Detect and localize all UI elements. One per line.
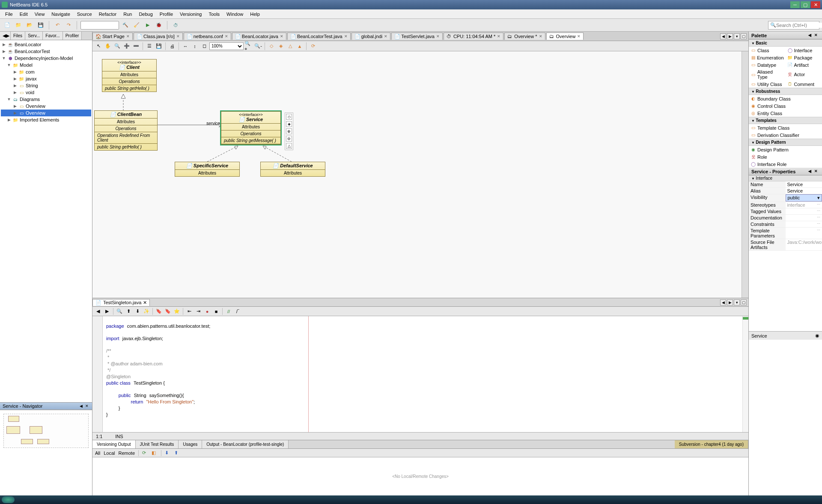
filter-local[interactable]: Local: [104, 451, 115, 456]
tab-scroll-left[interactable]: ◀: [720, 33, 726, 39]
fit-height-button[interactable]: ↕: [191, 42, 199, 50]
marquee-zoom-button[interactable]: 🔍: [113, 42, 122, 50]
zoom-minus-button[interactable]: 🔍-: [254, 42, 262, 50]
tree-node-beanlocatortest[interactable]: ▶☕BeanLocatorTest: [1, 48, 91, 55]
close-icon[interactable]: ✕: [497, 34, 500, 39]
build-button[interactable]: 🔨: [121, 21, 130, 30]
tab-class-java[interactable]: 📄Class.java [r/o]✕: [134, 33, 183, 40]
code-editor[interactable]: package com.abien.patterns.util.beanloca…: [92, 316, 748, 432]
palette-item-derivation[interactable]: ▭Derivation Classifier: [749, 131, 822, 139]
tab-list-button[interactable]: ▾: [734, 33, 740, 39]
macro-stop-button[interactable]: ■: [212, 308, 220, 315]
find-sel-button[interactable]: 🔍: [116, 308, 123, 315]
palette-body[interactable]: Basic ▭Class ◯Interface ▤Enumeration 📁Pa…: [749, 39, 822, 168]
prop-visibility-value[interactable]: public▾: [786, 194, 822, 202]
palette-item-entity[interactable]: ◎Entity Class: [749, 110, 822, 117]
prop-name-value[interactable]: Service: [786, 181, 822, 187]
tree-node-model[interactable]: ▼📁Model: [1, 62, 91, 68]
palette-close-icon[interactable]: ✕: [814, 33, 819, 38]
zoom-selector[interactable]: 100%: [209, 42, 244, 50]
tree-node-di-model[interactable]: ▼⬢DependencyInjection-Model: [1, 55, 91, 62]
palette-minimize-icon[interactable]: ◀: [808, 33, 813, 38]
pan-tool-button[interactable]: ✋: [104, 42, 112, 50]
palette-cat-basic[interactable]: Basic: [749, 39, 822, 47]
palette-item-role[interactable]: 웃Role: [749, 153, 822, 160]
tree-node-imported[interactable]: ▶📁Imported Elements: [1, 116, 91, 123]
filter-remote[interactable]: Remote: [119, 451, 135, 456]
menu-tools[interactable]: Tools: [205, 11, 223, 18]
tab-global-jndi[interactable]: 📄global.jndi✕: [351, 33, 391, 40]
tree-node-javax[interactable]: ▶📁javax: [1, 75, 91, 82]
menu-source[interactable]: Source: [74, 11, 95, 18]
new-file-button[interactable]: 📄: [3, 21, 12, 30]
tab-startpage[interactable]: 🏠Start Page✕: [92, 33, 133, 40]
maximize-button[interactable]: ▢: [801, 1, 810, 8]
comment-button[interactable]: //: [225, 308, 232, 315]
close-button[interactable]: ✕: [811, 1, 820, 8]
output-tab-usages[interactable]: Usages: [179, 440, 202, 448]
handle-icon[interactable]: ⊖: [286, 136, 292, 142]
prop-stereotypes-value[interactable]: interface⋯: [786, 202, 822, 208]
close-icon[interactable]: ✕: [126, 34, 130, 39]
output-tab-subversion[interactable]: Subversion - chapter4 (1 day ago): [675, 440, 748, 448]
search-input[interactable]: [776, 23, 822, 28]
favorites-tab[interactable]: Favor...: [43, 32, 63, 40]
palette-cat-templates[interactable]: Templates: [749, 117, 822, 124]
history-back-button[interactable]: ◀: [94, 308, 102, 315]
menu-debug[interactable]: Debug: [135, 11, 156, 18]
uml-defaultservice[interactable]: 📄 DefaultService Attributes: [260, 162, 325, 177]
palette-item-artifact[interactable]: 📄Artifact: [786, 61, 822, 68]
code-tab-scroll-left[interactable]: ◀: [720, 299, 726, 305]
menu-versioning[interactable]: Versioning: [176, 11, 205, 18]
tree-node-overview2[interactable]: ▶▭Overview: [1, 110, 91, 116]
handle-icon[interactable]: ⊕: [286, 128, 292, 134]
palette-cat-design[interactable]: Design Pattern: [749, 139, 822, 146]
close-icon[interactable]: ✕: [577, 34, 581, 39]
uncomment-button[interactable]: /‾: [234, 308, 241, 315]
error-stripe[interactable]: [742, 316, 748, 432]
history-fwd-button[interactable]: ▶: [103, 308, 111, 315]
handle-icon[interactable]: ◇: [286, 114, 292, 120]
fit-width-button[interactable]: ↔: [181, 42, 190, 50]
tab-maximize-button[interactable]: ▢: [741, 33, 747, 39]
tab-testservlet[interactable]: 📄TestServlet.java✕: [391, 33, 443, 40]
minimize-button[interactable]: ─: [790, 1, 800, 8]
quick-search[interactable]: 🔍: [768, 21, 819, 30]
relation-btn-4[interactable]: ▲: [295, 42, 304, 50]
run-config-dropdown[interactable]: [80, 21, 119, 30]
palette-item-aliased[interactable]: ▭Aliased Type: [749, 68, 786, 80]
prop-constraints-value[interactable]: ⋯: [786, 221, 822, 227]
properties-panel[interactable]: Interface NameService AliasService Visib…: [749, 175, 822, 331]
diagram-scrollbar[interactable]: [742, 51, 748, 298]
palette-item-template-class[interactable]: ▭Template Class: [749, 124, 822, 131]
prop-source-file-value[interactable]: Java:C:/work/works: [786, 239, 822, 250]
files-tab[interactable]: Files: [11, 32, 25, 40]
properties-minimize-icon[interactable]: ◀: [808, 169, 813, 174]
prop-tagged-value[interactable]: ⋯: [786, 208, 822, 214]
sync-button[interactable]: ⟳: [309, 42, 317, 50]
redo-button[interactable]: ↷: [64, 21, 73, 30]
output-tab-versioning[interactable]: Versioning Output: [92, 440, 136, 448]
uml-selection-handles[interactable]: ◇ ◈ ⊕ ⊖ △: [285, 113, 293, 150]
tab-beanlocatortest[interactable]: 📄BeanLocatorTest.java✕: [287, 33, 351, 40]
palette-cat-robustness[interactable]: Robustness: [749, 88, 822, 95]
code-tab-scroll-right[interactable]: ▶: [727, 299, 733, 305]
shift-left-button[interactable]: ⇤: [185, 308, 193, 315]
code-tab-list-button[interactable]: ▾: [734, 299, 740, 305]
code-text[interactable]: package com.abien.patterns.util.beanloca…: [103, 316, 742, 432]
close-icon[interactable]: ✕: [143, 300, 147, 305]
services-tab[interactable]: Serv...: [25, 32, 43, 40]
prop-documentation-value[interactable]: ⋯: [786, 215, 822, 221]
close-icon[interactable]: ✕: [384, 34, 387, 39]
clean-build-button[interactable]: 🧹: [132, 21, 141, 30]
tree-node-com[interactable]: ▶📁com: [1, 68, 91, 75]
palette-item-interface-role[interactable]: ◯Interface Role: [749, 160, 822, 168]
palette-item-datatype[interactable]: ▭Datatype: [749, 61, 786, 68]
tree-node-overview1[interactable]: ▶▭Overview: [1, 103, 91, 110]
palette-item-actor[interactable]: 웃Actor: [786, 68, 822, 80]
export-button[interactable]: 💾: [155, 42, 163, 50]
close-icon[interactable]: ✕: [539, 34, 542, 39]
profiler-tab[interactable]: Profiler: [63, 32, 82, 40]
zoom-out-button[interactable]: ➖: [132, 42, 140, 50]
uml-clientbean[interactable]: 📄 ClientBean Attributes Operations Opera…: [94, 110, 158, 151]
